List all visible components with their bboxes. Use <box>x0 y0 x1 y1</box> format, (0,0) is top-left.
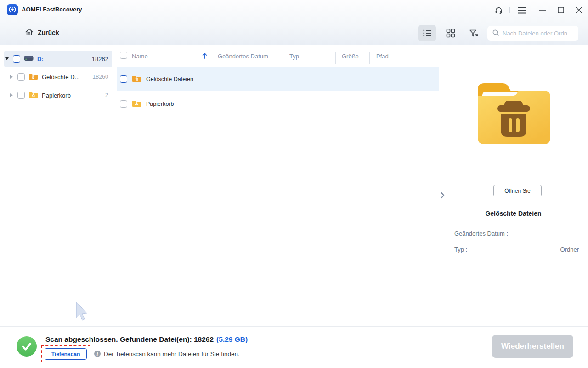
select-all-checkbox[interactable] <box>120 52 127 59</box>
home-icon <box>24 27 34 39</box>
d-drive-checkbox[interactable] <box>13 55 20 63</box>
modified-date-field: Geändertes Datum : <box>454 230 579 237</box>
details-panel: Öffnen Sie Gelöschte Dateien Geändertes … <box>440 45 587 326</box>
list-view-button[interactable] <box>418 25 436 41</box>
collapse-caret-icon[interactable] <box>10 75 13 79</box>
type-label: Typ : <box>454 246 467 253</box>
search-input[interactable] <box>503 30 583 37</box>
maximize-button[interactable] <box>556 5 566 15</box>
support-headset-icon[interactable] <box>493 5 503 15</box>
top-bar: AOMEI FastRecovery <box>0 0 588 45</box>
scan-summary: Scan abgeschlossen. Gefundene Datei(en):… <box>45 335 248 344</box>
expand-caret-icon[interactable] <box>5 58 9 60</box>
column-header-type[interactable]: Typ <box>289 53 299 60</box>
close-button[interactable] <box>574 5 584 15</box>
row-checkbox[interactable] <box>120 75 127 83</box>
column-header-modified[interactable]: Geändertes Datum <box>218 53 268 60</box>
back-button[interactable]: Zurück <box>24 26 59 39</box>
row-checkbox[interactable] <box>120 100 127 108</box>
column-header-size[interactable]: Größe <box>342 53 359 60</box>
folder-preview-icon <box>470 74 557 155</box>
titlebar-divider <box>509 7 510 13</box>
scan-size-text: (5.29 GB) <box>216 335 248 343</box>
app-title: AOMEI FastRecovery <box>22 0 82 19</box>
sidebar-item-count: 2 <box>105 92 108 98</box>
sidebar-item-count: 18262 <box>92 56 108 63</box>
folder-trash-icon <box>132 75 141 84</box>
column-header-name[interactable]: Name <box>132 53 148 60</box>
recycle-bin-checkbox[interactable] <box>17 92 25 99</box>
file-name: Papierkorb <box>146 101 174 107</box>
open-button[interactable]: Öffnen Sie <box>493 185 542 196</box>
type-field: Typ : Ordner <box>454 246 579 253</box>
folder-recycle-icon <box>28 91 38 100</box>
filter-button[interactable] <box>465 25 482 41</box>
folder-recycle-icon <box>132 99 141 109</box>
deleted-files-checkbox[interactable] <box>17 73 25 80</box>
sidebar-tree: D: 18262 Gelöschte D... 18260 <box>0 45 116 326</box>
grid-view-button[interactable] <box>442 25 459 41</box>
deep-scan-hint: Der Tiefenscan kann mehr Dateien für Sie… <box>104 351 240 357</box>
scan-success-icon <box>17 336 37 356</box>
sidebar-item-deleted-files[interactable]: Gelöschte D... 18260 <box>0 68 116 86</box>
column-header-path[interactable]: Pfad <box>376 53 389 60</box>
file-row-deleted-files[interactable]: Gelöschte Dateien <box>117 67 439 91</box>
scan-summary-text: Scan abgeschlossen. Gefundene Datei(en):… <box>45 335 214 343</box>
type-value: Ordner <box>560 246 579 253</box>
back-label: Zurück <box>38 29 59 36</box>
file-list-header: Name Geändertes Datum Typ Größe Pfad <box>117 46 439 68</box>
file-name: Gelöschte Dateien <box>146 76 193 82</box>
deep-scan-highlight-box: Tiefenscan <box>41 345 90 362</box>
search-icon <box>492 29 499 38</box>
deep-scan-button[interactable]: Tiefenscan <box>45 348 87 360</box>
search-box <box>487 26 578 41</box>
status-bar: Scan abgeschlossen. Gefundene Datei(en):… <box>0 326 588 368</box>
minimize-button[interactable] <box>537 5 548 15</box>
sort-ascending-icon <box>202 52 207 61</box>
modified-date-label: Geändertes Datum : <box>454 230 508 237</box>
info-icon: i <box>94 351 101 357</box>
sidebar-item-label: D: <box>37 56 44 63</box>
drive-icon <box>24 55 34 63</box>
app-window: AOMEI FastRecovery <box>0 0 588 368</box>
file-list: Name Geändertes Datum Typ Größe Pfad <box>117 45 439 326</box>
menu-icon[interactable] <box>517 5 527 15</box>
sidebar-item-recycle-bin[interactable]: Papierkorb 2 <box>0 86 116 104</box>
folder-trash-icon <box>28 72 38 82</box>
restore-button[interactable]: Wiederherstellen <box>492 335 573 358</box>
collapse-caret-icon[interactable] <box>10 93 13 97</box>
app-logo-icon <box>7 4 18 15</box>
mouse-cursor <box>75 301 88 323</box>
collapse-panel-chevron[interactable] <box>439 190 446 202</box>
sidebar-item-d-drive[interactable]: D: 18262 <box>0 50 116 68</box>
selected-item-title: Gelöschte Dateien <box>440 210 587 217</box>
sidebar-item-count: 18260 <box>92 74 108 80</box>
file-row-recycle-bin[interactable]: Papierkorb <box>117 92 439 116</box>
